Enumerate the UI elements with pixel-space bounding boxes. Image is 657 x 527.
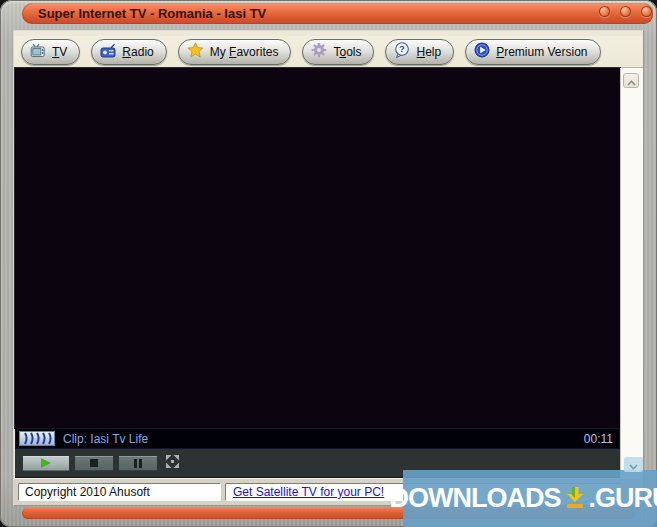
my-favorites-button-label: My Favorites xyxy=(210,45,279,59)
svg-text:?: ? xyxy=(400,43,406,54)
help-button[interactable]: ? Help xyxy=(385,39,454,65)
radio-button[interactable]: Radio xyxy=(91,39,166,65)
toolbar: TV Radio My Favorites xyxy=(14,36,643,68)
app-window: Super Internet TV - Romania - Iasi TV TV xyxy=(0,0,657,527)
channel-panel-strip xyxy=(620,68,643,478)
radio-button-label: Radio xyxy=(122,45,153,59)
copyright-text: Copyright 2010 Ahusoft xyxy=(25,485,150,499)
tv-button[interactable]: TV xyxy=(21,39,80,65)
help-button-label: Help xyxy=(416,45,441,59)
chevron-down-icon xyxy=(629,456,638,474)
play-icon xyxy=(41,458,51,468)
maximize-button[interactable] xyxy=(620,6,631,17)
fullscreen-button[interactable] xyxy=(164,456,181,471)
watermark-collapse-button[interactable] xyxy=(624,457,643,472)
window-title: Super Internet TV - Romania - Iasi TV xyxy=(38,6,266,21)
radio-icon xyxy=(100,43,116,61)
copyright-field: Copyright 2010 Ahusoft xyxy=(18,483,221,501)
question-bubble-icon: ? xyxy=(394,42,410,61)
my-favorites-button[interactable]: My Favorites xyxy=(178,39,292,65)
stop-button[interactable] xyxy=(75,456,113,471)
pause-icon xyxy=(134,459,142,468)
premium-version-button-label: Premium Version xyxy=(496,45,587,59)
watermark-text-left: DOWNLOADS xyxy=(390,483,561,514)
play-button[interactable] xyxy=(23,456,69,471)
fullscreen-icon xyxy=(164,453,181,473)
chevron-up-icon xyxy=(627,72,636,90)
minimize-button[interactable] xyxy=(599,6,610,17)
tools-button[interactable]: Tools xyxy=(302,39,374,65)
star-icon xyxy=(187,42,204,61)
pause-button[interactable] xyxy=(119,456,157,471)
gear-icon xyxy=(311,42,327,61)
download-icon xyxy=(562,484,588,514)
stop-icon xyxy=(90,459,98,467)
play-badge-icon xyxy=(474,42,490,61)
clip-title: Clip: Iasi Tv Life xyxy=(63,432,148,446)
panel-expander-button[interactable] xyxy=(623,73,639,88)
title-bar: Super Internet TV - Romania - Iasi TV xyxy=(22,3,653,24)
status-bar: Clip: Iasi Tv Life 00:11 xyxy=(15,428,620,449)
tv-icon xyxy=(30,43,46,61)
close-button[interactable] xyxy=(641,6,652,17)
video-display xyxy=(15,68,620,428)
buffering-indicator xyxy=(19,431,55,446)
satellite-tv-link[interactable]: Get Satellite TV for your PC! xyxy=(233,485,384,499)
premium-version-button[interactable]: Premium Version xyxy=(465,39,600,65)
tools-button-label: Tools xyxy=(333,45,361,59)
watermark-text-right: .GURU xyxy=(589,483,657,514)
elapsed-time: 00:11 xyxy=(584,432,613,446)
downloads-guru-watermark: DOWNLOADS .GURU xyxy=(403,470,657,527)
tv-button-label: TV xyxy=(52,45,67,59)
